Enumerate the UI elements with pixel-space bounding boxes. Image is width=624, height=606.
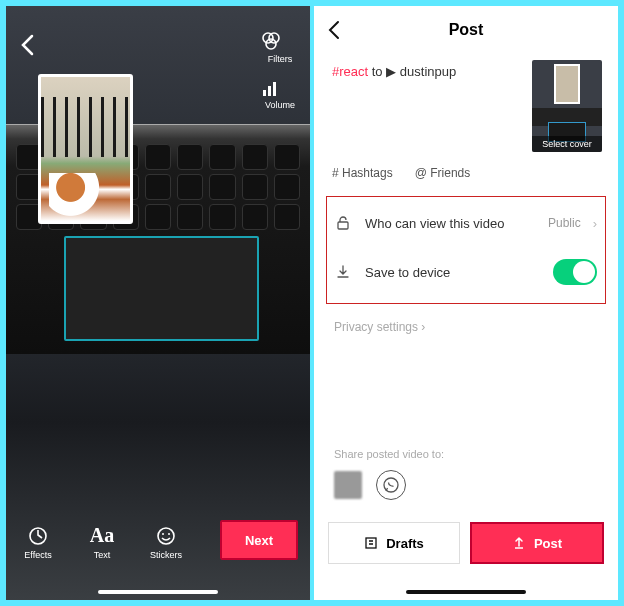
page-title: Post (449, 21, 484, 39)
svg-point-2 (266, 39, 276, 49)
svg-rect-10 (338, 222, 348, 229)
post-screen: Post #react to ▶ dustinpup Select cover … (314, 6, 618, 600)
who-can-view-value: Public (548, 216, 581, 230)
svg-rect-3 (263, 90, 266, 96)
save-to-device-label: Save to device (365, 265, 541, 280)
post-icon (512, 536, 526, 550)
hashtags-button[interactable]: # Hashtags (332, 166, 393, 180)
lock-icon (335, 215, 353, 231)
effects-button[interactable]: Effects (6, 525, 70, 560)
back-button[interactable] (20, 34, 34, 56)
svg-rect-5 (273, 82, 276, 96)
svg-rect-4 (268, 86, 271, 96)
text-label: Text (94, 550, 111, 560)
effects-label: Effects (24, 550, 51, 560)
drafts-button[interactable]: Drafts (328, 522, 460, 564)
chevron-right-icon: › (593, 216, 597, 231)
filters-icon (260, 30, 300, 52)
whatsapp-icon (382, 476, 400, 494)
home-indicator[interactable] (98, 590, 218, 594)
text-icon: Aa (90, 524, 114, 547)
settings-highlight-box: Who can view this video Public › Save to… (326, 196, 606, 304)
bg-trackpad (64, 236, 259, 341)
who-can-view-row[interactable]: Who can view this video Public › (327, 201, 605, 245)
editor-screen: Filters Volume Effects Aa Text Stickers (6, 6, 310, 600)
svg-point-8 (162, 533, 164, 535)
effects-icon (27, 525, 49, 547)
svg-rect-12 (366, 538, 376, 548)
caption-input[interactable]: #react to ▶ dustinpup (332, 60, 522, 152)
cover-label: Select cover (532, 136, 602, 152)
next-button[interactable]: Next (220, 520, 298, 560)
select-cover-button[interactable]: Select cover (532, 60, 602, 152)
back-button[interactable] (328, 20, 340, 40)
filters-label: Filters (260, 54, 300, 64)
svg-point-1 (269, 33, 279, 43)
post-label: Post (534, 536, 562, 551)
next-label: Next (245, 533, 273, 548)
dog-icon (49, 173, 103, 221)
drafts-label: Drafts (386, 536, 424, 551)
react-pip[interactable] (38, 74, 133, 224)
svg-point-9 (168, 533, 170, 535)
svg-point-7 (158, 528, 174, 544)
share-label: Share posted video to: (334, 448, 444, 460)
caption-hashtag: #react (332, 64, 368, 79)
home-indicator[interactable] (406, 590, 526, 594)
share-whatsapp[interactable] (376, 470, 406, 500)
volume-label: Volume (260, 100, 300, 110)
text-button[interactable]: Aa Text (70, 524, 134, 560)
save-toggle[interactable] (553, 259, 597, 285)
stickers-button[interactable]: Stickers (134, 525, 198, 560)
who-can-view-label: Who can view this video (365, 216, 536, 231)
privacy-settings-link[interactable]: Privacy settings › (314, 304, 618, 350)
friends-button[interactable]: @ Friends (415, 166, 471, 180)
caption-username: dustinpup (400, 64, 456, 79)
post-button[interactable]: Post (470, 522, 604, 564)
share-option-1[interactable] (334, 471, 362, 499)
download-icon (335, 264, 353, 280)
save-to-device-row: Save to device (327, 245, 605, 299)
stickers-icon (155, 525, 177, 547)
volume-button[interactable]: Volume (260, 78, 300, 110)
post-header: Post (314, 6, 618, 54)
filters-button[interactable]: Filters (260, 30, 300, 64)
stickers-label: Stickers (150, 550, 182, 560)
volume-icon (260, 78, 300, 98)
drafts-icon (364, 536, 378, 550)
